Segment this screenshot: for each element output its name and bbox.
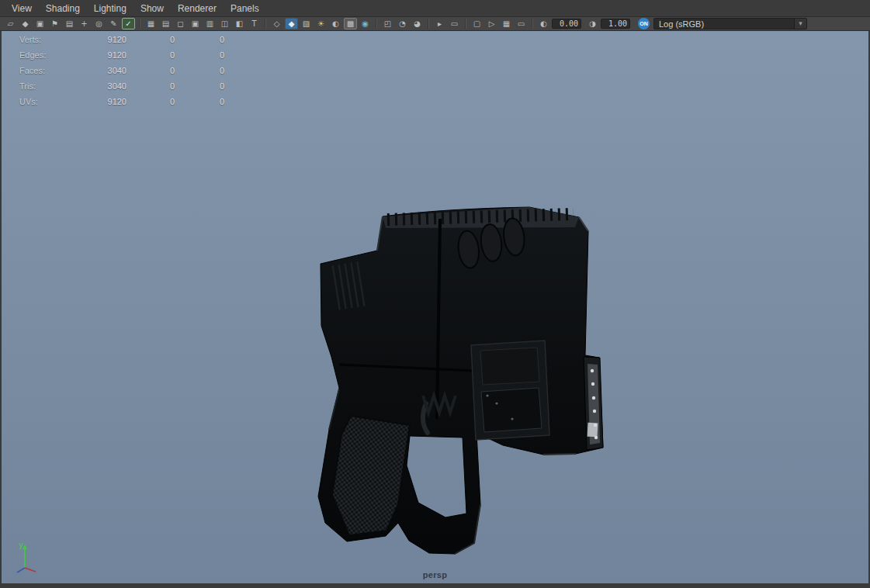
hud-stat-label: Faces: [19,63,91,78]
window-edge-bottom [0,583,870,588]
hud-stat-col2: 0 [127,63,175,78]
viewport[interactable]: Verts:912000Edges:912000Faces:304000Tris… [0,31,870,583]
highlight-selection-icon[interactable]: ✓ [122,18,135,29]
hud-stat-label: Tris: [19,78,91,94]
snap-view-icon[interactable]: ◎ [92,18,106,29]
hud-stat-col2: 0 [127,47,175,63]
menu-lighting[interactable]: Lighting [87,0,133,17]
use-all-lights-icon[interactable]: ☀ [314,18,328,29]
clapper-icon[interactable]: ▭ [448,18,461,29]
axis-triad: y [12,538,47,574]
view-transform-value: Log (sRGB) [654,19,794,29]
isolate-select-icon[interactable]: ◰ [381,18,394,29]
menu-renderer[interactable]: Renderer [171,0,224,17]
hud-stat-total: 3040 [91,78,127,94]
hud-stat-col2: 0 [127,32,175,47]
image-plane-icon[interactable]: ▤ [63,18,76,29]
camera-sequencer-icon[interactable]: ▸ [433,18,446,29]
snapshot-icon[interactable]: ▢ [470,18,484,29]
shadows-icon[interactable]: ◐ [329,18,342,29]
hud-stat-col3: 0 [175,47,224,63]
camera-select-icon[interactable]: ▱ [4,18,17,29]
axis-z-line [17,568,25,572]
hud-stat-total: 3040 [91,63,127,78]
camera-name-label: persp [0,570,870,579]
view-transform-dropdown[interactable]: Log (sRGB) ▾ [653,18,807,29]
letterbox-icon[interactable]: ▭ [515,18,528,29]
safe-action-icon[interactable]: ◫ [218,18,231,29]
menu-view[interactable]: View [5,0,39,17]
hud-stat-total: 9120 [91,94,127,109]
panel-toolbar: ▱◆▣⚑▤+◎✎✓▦▤◻▣▥◫◧T◇◆▨☀◐▩◉◰◔◕▸▭▢▷▦▭ ◐ ◑ ON… [0,17,870,31]
grease-pencil-icon[interactable]: ✎ [107,18,120,29]
hud-stat-col3: 0 [175,78,224,94]
exposure-icon[interactable]: ◐ [537,18,550,29]
toolbar-separator [376,19,377,29]
xray-joints-icon[interactable]: ◕ [411,18,424,29]
smooth-shade-icon[interactable]: ◆ [285,18,298,29]
toolbar-separator [428,19,429,29]
render-view-icon[interactable]: ▦ [500,18,513,29]
hud-stat-col2: 0 [127,78,175,94]
hud-text-icon[interactable]: T [248,18,261,29]
gate-mask-icon[interactable]: ▣ [189,18,202,29]
menu-shading[interactable]: Shading [39,0,87,17]
hud-stat-total: 9120 [91,47,127,63]
xray-icon[interactable]: ◔ [396,18,409,29]
poly-count-hud: Verts:912000Edges:912000Faces:304000Tris… [19,32,224,109]
bookmark-icon[interactable]: ⚑ [48,18,61,29]
hud-stat-label: UVs: [19,94,91,109]
axis-y-label: y [19,541,23,549]
color-management-toggle[interactable]: ON [638,18,650,29]
textured-icon[interactable]: ▨ [300,18,313,29]
wireframe-icon[interactable]: ◇ [270,18,283,29]
gun-magazine-block [471,341,549,440]
anti-aliasing-icon[interactable]: ◉ [359,18,372,29]
hud-stat-total: 9120 [91,32,127,47]
toolbar-separator [139,19,140,29]
window-edge-left [0,31,2,588]
exposure-field[interactable] [552,19,581,29]
screen-space-ao-icon[interactable]: ▩ [344,18,357,29]
hud-stat-col3: 0 [175,63,224,78]
toolbar-separator [265,19,266,29]
hud-stat-col3: 0 [175,94,224,109]
camera-lock-icon[interactable]: ◆ [19,18,32,29]
gamma-field[interactable] [601,19,630,29]
toolbar-separator [465,19,466,29]
axis-x-line [25,568,36,572]
film-gate-icon[interactable]: ▤ [159,18,172,29]
playblast-icon[interactable]: ▷ [485,18,498,29]
gun-model[interactable] [0,31,870,583]
hud-stat-label: Verts: [19,32,91,47]
toolbar-icon-groups: ▱◆▣⚑▤+◎✎✓▦▤◻▣▥◫◧T◇◆▨☀◐▩◉◰◔◕▸▭▢▷▦▭ [3,18,529,29]
gun-side-rail [584,357,603,450]
field-chart-icon[interactable]: ▥ [203,18,217,29]
menu-panels[interactable]: Panels [224,0,266,17]
menu-show[interactable]: Show [133,0,171,17]
chevron-down-icon: ▾ [794,19,806,29]
safe-title-icon[interactable]: ◧ [233,18,246,29]
hud-stat-col2: 0 [127,94,175,109]
pan-zoom-icon[interactable]: + [78,18,91,29]
gamma-icon[interactable]: ◑ [586,18,599,29]
grid-icon[interactable]: ▦ [144,18,158,29]
toolbar-separator [532,19,533,29]
panel-menu-bar: View Shading Lighting Show Renderer Pane… [0,0,870,17]
hud-stat-label: Edges: [19,47,91,63]
hud-stat-col3: 0 [175,32,224,47]
camera-attributes-icon[interactable]: ▣ [33,18,47,29]
resolution-gate-icon[interactable]: ◻ [174,18,187,29]
